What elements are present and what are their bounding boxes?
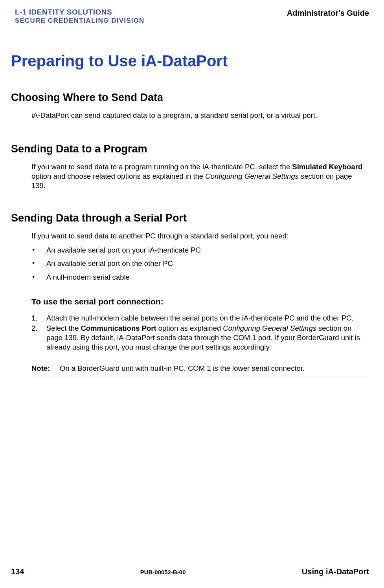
paragraph: If you want to send data to a program ru… xyxy=(31,162,365,191)
page-footer: 134 PUB-00052-B-00 Using iA-DataPort xyxy=(11,567,369,576)
list-item: 1. Attach the null-modem cable between t… xyxy=(31,313,365,323)
page-number: 134 xyxy=(11,567,24,576)
bullet-list: An available serial port on your iA-then… xyxy=(31,245,365,282)
note-label: Note: xyxy=(31,364,60,373)
paragraph: iA-DataPort can send captured data to a … xyxy=(31,111,365,120)
note-block: Note: On a BorderGuard unit with built-i… xyxy=(31,360,365,377)
text: If you want to send data to a program ru… xyxy=(31,163,292,171)
section-title: Using iA-DataPort xyxy=(302,567,369,576)
step-number: 1. xyxy=(31,313,37,323)
note-text: On a BorderGuard unit with built-in PC, … xyxy=(60,364,305,373)
text: option and choose related options as exp… xyxy=(31,172,205,180)
list-item: A null-modem serial cable xyxy=(31,273,365,282)
paragraph: If you want to send data to another PC t… xyxy=(31,231,365,241)
guide-title: Administrator's Guide xyxy=(287,9,369,18)
numbered-list: 1. Attach the null-modem cable between t… xyxy=(31,313,365,352)
list-item: An available serial port on your iA-then… xyxy=(31,245,365,255)
publication-id: PUB-00052-B-00 xyxy=(140,569,186,575)
logo-line1: L-1 IDENTITY SOLUTIONS xyxy=(15,8,145,17)
logo-company: IDENTITY SOLUTIONS xyxy=(29,8,112,16)
step-text: Attach the null-modem cable between the … xyxy=(46,314,354,322)
text-italic: Configuring General Settings xyxy=(205,172,299,180)
page-title: Preparing to Use iA-DataPort xyxy=(11,52,369,70)
section-heading-choosing: Choosing Where to Send Data xyxy=(11,92,369,104)
page-header: L-1 IDENTITY SOLUTIONS SECURE CREDENTIAL… xyxy=(15,8,369,25)
list-item: An available serial port on the other PC xyxy=(31,259,365,268)
sub-heading: To use the serial port connection: xyxy=(31,297,365,306)
text-bold: Simulated Keyboard xyxy=(292,163,362,171)
logo-division: SECURE CREDENTIALING DIVISION xyxy=(15,17,145,25)
logo: L-1 IDENTITY SOLUTIONS SECURE CREDENTIAL… xyxy=(15,8,145,25)
section-heading-serial: Sending Data through a Serial Port xyxy=(11,212,369,224)
step-number: 2. xyxy=(31,324,37,333)
step-text: Select the Communications Port option as… xyxy=(46,324,360,351)
section-heading-program: Sending Data to a Program xyxy=(11,143,369,155)
list-item: 2. Select the Communications Port option… xyxy=(31,324,365,352)
logo-prefix: L-1 xyxy=(15,8,29,16)
